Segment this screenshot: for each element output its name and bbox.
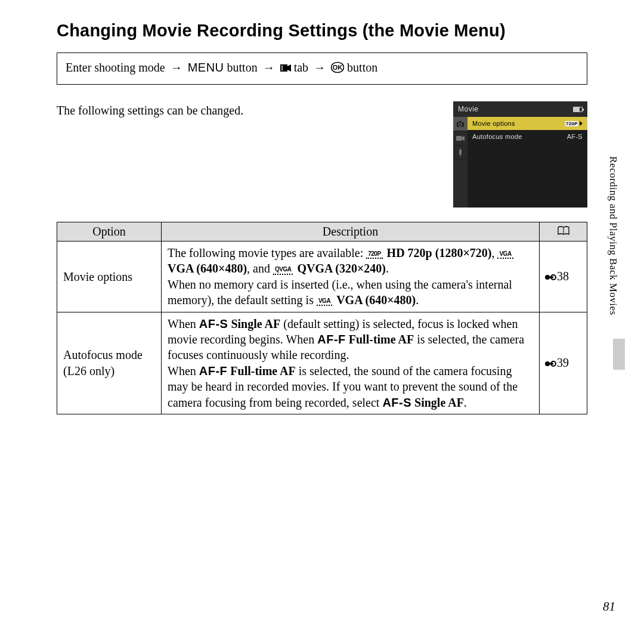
lcd-title-text: Movie <box>458 105 479 113</box>
navigation-path-box: Enter shooting mode → MENU button → tab … <box>57 52 587 85</box>
lcd-tab-setup <box>453 145 467 160</box>
desc-bold: HD 720p (1280×720) <box>387 246 492 259</box>
desc-bold: Single AF <box>231 317 280 330</box>
ok-button-icon: OK <box>331 61 344 78</box>
desc-bold: VGA (640×480) <box>168 262 247 275</box>
svg-rect-3 <box>281 67 283 69</box>
desc-bold: Single AF <box>414 396 464 409</box>
lcd-titlebar: Movie <box>453 101 587 117</box>
svg-marker-1 <box>287 64 291 72</box>
cell-reference: 39 <box>540 312 587 414</box>
nav-button-word-2: button <box>347 61 377 74</box>
af-s-label: AF-S <box>382 396 411 409</box>
lcd-row-autofocus: Autofocus mode AF-S <box>467 130 587 143</box>
lcd-tab-camera <box>453 117 467 131</box>
af-f-label: AF-F <box>317 333 346 346</box>
lcd-row-label: Movie options <box>472 120 515 127</box>
svg-point-8 <box>459 123 462 126</box>
desc-text: , and <box>247 262 273 275</box>
desc-bold: Full-time AF <box>349 333 414 346</box>
svg-rect-18 <box>547 363 553 364</box>
th-option: Option <box>57 222 162 242</box>
svg-rect-2 <box>281 66 283 67</box>
svg-rect-0 <box>280 64 287 72</box>
res-badge-720p: 720P <box>366 249 382 259</box>
desc-text: When <box>168 364 199 377</box>
cell-description: The following movie types are available:… <box>162 242 540 312</box>
intro-text: The following settings can be changed. <box>57 101 243 117</box>
arrow-icon: → <box>314 61 326 74</box>
desc-text: When <box>168 317 199 330</box>
arrow-icon: → <box>263 61 275 74</box>
desc-text: . <box>416 293 419 306</box>
lcd-row-value: AF-S <box>567 133 583 140</box>
ref-number: 39 <box>557 356 569 369</box>
page-number: 81 <box>603 599 615 614</box>
res-badge-720p: 720P <box>565 121 578 126</box>
desc-bold: Full-time AF <box>230 364 295 377</box>
camera-lcd-preview: Movie Movie options <box>453 101 587 208</box>
ref-number: 38 <box>557 270 569 283</box>
reference-link-icon <box>544 356 556 371</box>
lcd-row-movie-options: Movie options 720P <box>467 117 587 130</box>
desc-text: , <box>491 246 497 259</box>
option-name: Autofocus mode <box>63 348 143 361</box>
lcd-row-value: 720P <box>565 121 583 126</box>
desc-text: . <box>464 396 467 409</box>
svg-text:OK: OK <box>333 64 343 71</box>
res-badge-vga: VGA <box>497 249 513 259</box>
movie-tab-icon <box>280 60 291 77</box>
svg-rect-9 <box>459 121 462 123</box>
af-f-label: AF-F <box>199 364 228 377</box>
battery-icon <box>573 107 583 112</box>
af-s-label: AF-S <box>199 317 228 330</box>
cell-reference: 38 <box>540 242 587 312</box>
menu-button-label: MENU <box>188 61 224 74</box>
book-icon <box>557 226 570 236</box>
table-row: Movie options The following movie types … <box>57 242 587 312</box>
svg-rect-15 <box>547 276 553 278</box>
th-description: Description <box>162 222 540 242</box>
desc-text: The following movie types are available: <box>168 246 366 259</box>
lcd-menu-rows: Movie options 720P Autofocus mode AF-S <box>467 117 587 208</box>
res-badge-qvga: QVGA <box>273 265 293 274</box>
svg-rect-4 <box>281 69 283 70</box>
svg-marker-11 <box>462 136 465 141</box>
nav-step-1: Enter shooting mode <box>66 61 165 74</box>
desc-text: . <box>386 262 389 275</box>
cell-description: When AF-S Single AF (default setting) is… <box>162 312 540 414</box>
desc-bold: QVGA (320×240) <box>297 262 386 275</box>
chevron-right-icon <box>580 121 583 126</box>
section-side-label: Recording and Playing Back Movies <box>607 156 619 315</box>
res-badge-vga: VGA <box>317 296 332 306</box>
thumb-tab <box>613 339 625 370</box>
cell-option: Autofocus mode (L26 only) <box>57 312 162 414</box>
options-table: Option Description Movie options The fol… <box>57 222 587 414</box>
table-row: Autofocus mode (L26 only) When AF-S Sing… <box>57 312 587 414</box>
lcd-tab-column <box>453 117 467 208</box>
th-reference <box>540 222 587 242</box>
reference-link-icon <box>544 270 556 285</box>
cell-option: Movie options <box>57 242 162 312</box>
lcd-tab-movie <box>453 131 467 145</box>
desc-bold: VGA (640×480) <box>336 293 416 306</box>
arrow-icon: → <box>171 61 182 74</box>
lcd-row-label: Autofocus mode <box>472 133 522 140</box>
option-sub: (L26 only) <box>63 364 114 377</box>
page-heading: Changing Movie Recording Settings (the M… <box>57 21 587 41</box>
nav-button-word-1: button <box>227 61 258 74</box>
lcd-body: Movie options 720P Autofocus mode AF-S <box>453 117 587 208</box>
nav-tab-word: tab <box>294 61 308 74</box>
svg-rect-10 <box>456 136 462 141</box>
